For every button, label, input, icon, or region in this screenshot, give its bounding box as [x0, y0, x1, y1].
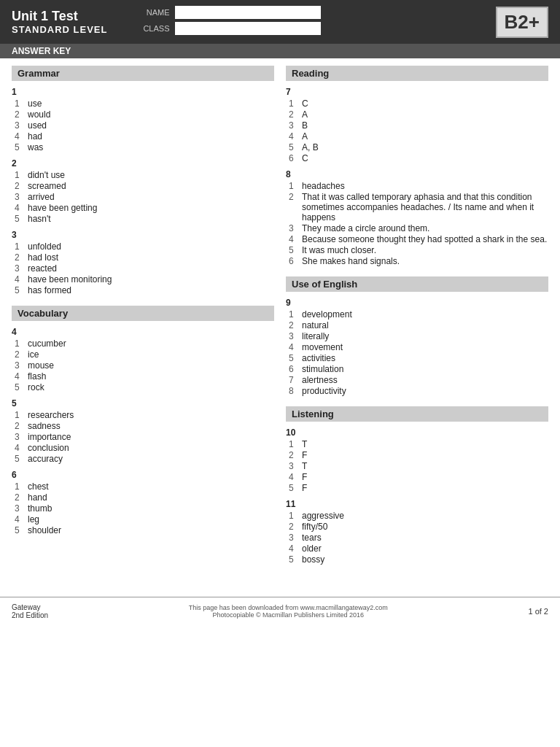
answer-item-text: have been monitoring [28, 274, 112, 285]
answer-item-text: shoulder [28, 525, 61, 535]
answer-item-num: 2 [289, 522, 298, 532]
answer-item-text: F [302, 472, 307, 482]
answer-item: 6C [286, 153, 548, 163]
answer-item-text: flash [28, 371, 46, 382]
header-title: Unit 1 Test STANDARD LEVEL [12, 9, 107, 35]
answer-item-num: 4 [15, 131, 23, 142]
answer-item: 3importance [12, 432, 274, 442]
answer-item: 1researchers [12, 410, 274, 420]
answer-item: 3T [286, 461, 548, 471]
answer-item-num: 1 [289, 181, 298, 191]
answer-item-text: thumb [28, 503, 52, 514]
answer-item-text: tears [302, 533, 322, 543]
answer-item-num: 2 [289, 109, 298, 120]
answer-item-text: screamed [28, 181, 66, 191]
answer-item-num: 3 [15, 360, 23, 371]
answer-item: 5has formed [12, 285, 274, 295]
level-badge: B2+ [496, 7, 548, 38]
answer-item-num: 2 [15, 109, 23, 120]
answer-item-text: arrived [28, 192, 55, 202]
answer-item-text: mouse [28, 360, 54, 371]
answer-item-num: 3 [289, 533, 298, 543]
answer-item: 1development [286, 309, 548, 320]
listening-section: Listening 101T2F3T4F5F111aggressive2fift… [286, 406, 548, 565]
answer-item: 2ice [12, 349, 274, 360]
answer-item: 2hand [12, 492, 274, 503]
answer-item: 1T [286, 439, 548, 449]
question-number: 8 [286, 169, 548, 179]
listening-groups: 101T2F3T4F5F111aggressive2fifty/503tears… [286, 427, 548, 565]
answer-item: 6stimulation [286, 364, 548, 374]
answer-item-text: leg [28, 514, 39, 525]
answer-item-text: C [302, 98, 308, 109]
page-header: Unit 1 Test STANDARD LEVEL NAME CLASS B2… [0, 0, 560, 44]
answer-item-text: productivity [302, 386, 346, 396]
answer-item-text: B [302, 120, 308, 131]
answer-item-num: 3 [15, 120, 23, 131]
header-fields: NAME CLASS [136, 6, 466, 38]
answer-item-num: 4 [15, 443, 23, 453]
answer-item-text: ice [28, 349, 39, 360]
answer-item-text: would [28, 109, 50, 120]
answer-item-num: 5 [289, 142, 298, 152]
answer-item: 4older [286, 543, 548, 554]
footer-line2: Photocopiable © Macmillan Publishers Lim… [189, 611, 388, 619]
answer-item: 2had lost [12, 252, 274, 263]
answer-item-num: 3 [15, 503, 23, 514]
answer-item-num: 3 [289, 331, 298, 341]
answer-item-text: activities [302, 353, 335, 363]
answer-item-num: 5 [15, 214, 23, 224]
answer-item: 2natural [286, 320, 548, 330]
class-input[interactable] [175, 22, 321, 35]
answer-item-text: older [302, 543, 322, 554]
grammar-section: Grammar 11use2would3used4had5was21didn't… [12, 66, 274, 295]
answer-item-text: was [28, 142, 43, 152]
answer-item: 5It was much closer. [286, 245, 548, 255]
answer-item-num: 4 [15, 203, 23, 213]
answer-item-text: T [302, 439, 307, 449]
answer-item-text: C [302, 153, 308, 163]
answer-item-num: 1 [15, 338, 23, 349]
answer-item: 3arrived [12, 192, 274, 202]
answer-item-text: development [302, 309, 352, 320]
reading-header: Reading [286, 66, 548, 81]
answer-item: 5F [286, 483, 548, 493]
answer-item-text: fifty/50 [302, 522, 327, 532]
answer-item: 3thumb [12, 503, 274, 514]
answer-item-num: 4 [15, 371, 23, 382]
answer-item: 1C [286, 98, 548, 109]
name-input[interactable] [175, 6, 321, 19]
answer-item-num: 4 [15, 514, 23, 525]
answer-item: 5shoulder [12, 525, 274, 535]
answer-item-num: 3 [15, 192, 23, 202]
footer-line1: This page has been downloaded from www.m… [189, 604, 388, 611]
question-number: 5 [12, 398, 274, 409]
answer-item-text: use [28, 98, 42, 109]
answer-item-text: cucumber [28, 338, 66, 349]
question-number: 7 [286, 87, 548, 97]
answer-item-text: literally [302, 331, 329, 341]
answer-item-text: used [28, 120, 47, 131]
answer-item-num: 4 [15, 274, 23, 285]
answer-item: 5A, B [286, 142, 548, 152]
answer-item: 4F [286, 472, 548, 482]
answer-item-num: 6 [289, 364, 298, 374]
vocabulary-header: Vocabulary [12, 306, 274, 321]
answer-item: 1use [12, 98, 274, 109]
question-number: 2 [12, 158, 274, 169]
answer-item: 1unfolded [12, 241, 274, 252]
grammar-header: Grammar [12, 66, 274, 81]
answer-item: 4conclusion [12, 443, 274, 453]
question-number: 9 [286, 298, 548, 308]
vocabulary-section: Vocabulary 41cucumber2ice3mouse4flash5ro… [12, 306, 274, 535]
answer-item: 5accuracy [12, 454, 274, 464]
answer-item-text: A, B [302, 142, 319, 152]
unit-title: Unit 1 Test [12, 9, 107, 24]
answer-item-num: 3 [289, 120, 298, 131]
answer-item-text: has formed [28, 285, 71, 295]
answer-item-num: 1 [15, 481, 23, 492]
answer-item: 5was [12, 142, 274, 152]
answer-item: 4flash [12, 371, 274, 382]
answer-item-text: accuracy [28, 454, 63, 464]
answer-item-num: 1 [15, 98, 23, 109]
